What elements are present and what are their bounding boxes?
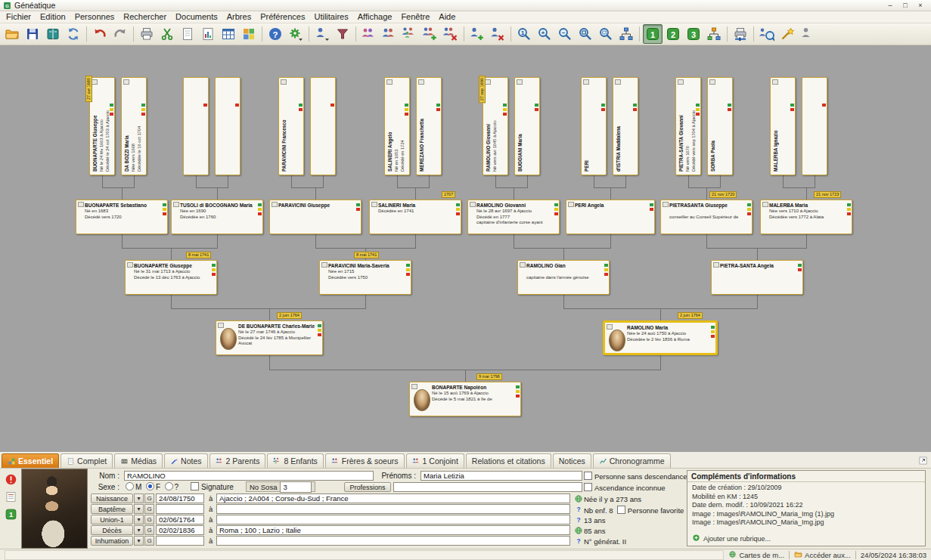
event-label-inhumation[interactable]: Inhumation <box>91 536 133 546</box>
tools-menu-button[interactable] <box>286 24 306 44</box>
menu-item-arbres[interactable]: Arbres <box>222 11 256 23</box>
person-box-b8-malerba-maria[interactable]: MALERBA MariaNée vers 1710 à AjaccioDécé… <box>760 200 852 234</box>
person-menu-button[interactable] <box>312 24 332 44</box>
save-button[interactable] <box>23 24 42 44</box>
sexe-f-radio[interactable] <box>146 482 154 490</box>
menu-item-aide[interactable]: Aide <box>434 11 460 23</box>
tab-8-enfants[interactable]: 8 Enfants <box>267 453 323 468</box>
menu-item-utilitaires[interactable]: Utilitaires <box>309 11 352 23</box>
tree-colored-button[interactable] <box>704 24 724 44</box>
event-dropdown[interactable]: ▾ <box>134 525 144 535</box>
person-box-b2-tusoli-di-bocognano-maria[interactable]: TUSOLI di BOCOGNANO MariaNée en 1690Décé… <box>171 200 263 234</box>
merge-filter-button[interactable] <box>333 24 352 44</box>
menu-item-fenetre[interactable]: Fenêtre <box>396 11 434 23</box>
prenoms-input[interactable] <box>421 471 582 481</box>
menu-item-rechercher[interactable]: Rechercher <box>119 11 171 23</box>
person-box-a2-da-bozzi-maria[interactable]: DA BOZZI MariaNée vers 1668Décédée le 16… <box>121 77 147 175</box>
color-mosaic-button[interactable] <box>239 24 259 44</box>
add-rubrique-button[interactable]: Ajouter une rubrique... <box>692 534 771 543</box>
screen-3-button[interactable]: 3 <box>684 24 703 44</box>
person-box-a12-d-istria-maddalena[interactable]: d'ISTRIA Maddalena <box>613 77 638 175</box>
wizard-button[interactable] <box>777 24 797 44</box>
tab-freres-soeurs[interactable]: Frères & soeurs <box>325 453 405 468</box>
signature-checkbox[interactable] <box>191 482 199 490</box>
document-button[interactable] <box>178 24 197 44</box>
zoom-out-button[interactable]: − <box>555 24 575 44</box>
screen-1-button[interactable]: 1 <box>643 24 663 44</box>
person-info-button[interactable] <box>798 24 818 44</box>
status-cartes[interactable]: Cartes de m... <box>728 550 784 560</box>
menu-item-affichage[interactable]: Affichage <box>353 11 397 23</box>
expand-panel-icon[interactable] <box>916 454 929 466</box>
question-icon[interactable]: ? <box>573 515 583 524</box>
ascendance-checkbox[interactable] <box>584 483 592 491</box>
data-table-button[interactable] <box>219 24 238 44</box>
record-number-badge[interactable]: 1 <box>4 507 17 521</box>
person-box-b1-buonaparte-sebastiano[interactable]: BUONAPARTE SebastianoNé en 1683Décédé ve… <box>76 200 168 234</box>
status-acceder[interactable]: Accéder aux... <box>794 550 851 560</box>
minimize-button[interactable]: – <box>883 0 898 11</box>
cut-branch-button[interactable] <box>157 24 177 44</box>
zoom-selection-button[interactable] <box>596 24 616 44</box>
person-box-e1-bonaparte-napoleon[interactable]: BONAPARTE NapoléonNé le 15 aoû 1769 à Aj… <box>409 382 521 416</box>
tab-medias[interactable]: Médias <box>114 453 163 468</box>
event-dropdown[interactable]: ▾ <box>134 504 144 514</box>
person-box-c4-pietra-santa-angela[interactable]: PIETRA-SANTA Angela <box>711 260 803 295</box>
person-box-b7-pietrasanta-giuseppe[interactable]: PIETRASANTA Giuseppe conseiller au Conse… <box>660 200 753 234</box>
sosa-input[interactable] <box>280 481 312 493</box>
event-dropdown[interactable]: ▾ <box>134 515 144 524</box>
event-date-input[interactable] <box>156 515 204 524</box>
calendar-g-button[interactable]: G <box>144 536 154 546</box>
print-button[interactable] <box>137 24 157 44</box>
add-child-button[interactable] <box>421 24 440 44</box>
zoom-in-button[interactable]: + <box>535 24 554 44</box>
menu-item-edition[interactable]: Edition <box>36 11 70 23</box>
person-box-a10-buggiani-maria[interactable]: BUGGIANI Maria <box>514 77 540 175</box>
event-place-input[interactable] <box>216 536 570 546</box>
screen-2-button[interactable]: 2 <box>663 24 683 44</box>
event-label-union-1[interactable]: Union-1 <box>91 515 133 524</box>
person-box-a4-empty[interactable] <box>215 77 241 175</box>
globe-icon[interactable] <box>573 493 583 503</box>
event-date-input[interactable] <box>156 493 204 503</box>
favorite-checkbox[interactable] <box>617 506 625 514</box>
undo-button[interactable] <box>90 24 110 44</box>
calendar-g-button[interactable]: G <box>144 493 154 503</box>
tree-structure-button[interactable] <box>616 24 636 44</box>
event-date-input[interactable] <box>156 525 204 535</box>
person-box-d1-de-buonaparte-charles-marie[interactable]: DE BUONAPARTE Charles-MarieNé le 27 mar … <box>216 320 323 355</box>
calendar-g-button[interactable]: G <box>144 504 154 514</box>
statistics-button[interactable] <box>198 24 218 44</box>
person-box-a11-peri[interactable]: PERI <box>581 77 607 175</box>
person-box-b5-ramolino-giovanni[interactable]: RAMOLINO GiovanniNé le 28 avr 1697 à Aja… <box>467 200 560 234</box>
person-box-a8-merezano-franchetta[interactable]: MEREZANO Franchetta <box>416 77 442 175</box>
person-box-a16-empty[interactable] <box>802 77 827 175</box>
menu-item-personnes[interactable]: Personnes <box>70 11 119 23</box>
print-setup-button[interactable] <box>731 24 750 44</box>
person-box-b3-paravicini-giuseppe[interactable]: PARAVICINI Giuseppe <box>269 200 362 234</box>
person-photo[interactable] <box>21 469 88 549</box>
person-box-a1-buonaparte-giuseppe[interactable]: BUONAPARTE GiuseppeNé le 24 fév 1663 à A… <box>89 77 115 175</box>
person-box-c1-buonaparte-giuseppe[interactable]: BUONAPARTE GiuseppeNé le 31 mai 1713 à A… <box>125 260 217 295</box>
alert-icon[interactable] <box>4 472 17 486</box>
person-box-a3-empty[interactable] <box>183 77 209 175</box>
person-box-c2-paravicini-maria-saveria[interactable]: PARAVICINI Maria-SaveriaNée en 1715Décéd… <box>319 260 411 295</box>
person-box-a13-pietra-santa-giovanni[interactable]: PIETRA-SANTA GiovanniNé vers 1670Décédé … <box>675 77 701 175</box>
question-icon[interactable]: ? <box>573 536 583 546</box>
tab-2-parents[interactable]: 2 Parents <box>209 453 266 468</box>
person-box-b6-peri-angela[interactable]: PERI Angela <box>566 200 655 234</box>
calendar-g-button[interactable]: G <box>144 515 154 524</box>
event-label-bapteme[interactable]: Baptême <box>91 504 133 514</box>
event-date-input[interactable] <box>156 536 204 546</box>
menu-item-fichier[interactable]: Fichier <box>2 11 36 23</box>
tab-chronogramme[interactable]: Chronogramme <box>593 453 671 468</box>
delete-person-button[interactable] <box>488 24 507 44</box>
event-place-input[interactable] <box>216 504 570 514</box>
professions-input[interactable] <box>393 482 582 492</box>
close-button[interactable]: × <box>913 0 928 11</box>
sexe-m-radio[interactable] <box>126 482 134 490</box>
menu-item-documents[interactable]: Documents <box>171 11 222 23</box>
sexe-q-radio[interactable] <box>165 482 173 490</box>
search-person-button[interactable] <box>757 24 777 44</box>
redo-button[interactable] <box>110 24 130 44</box>
